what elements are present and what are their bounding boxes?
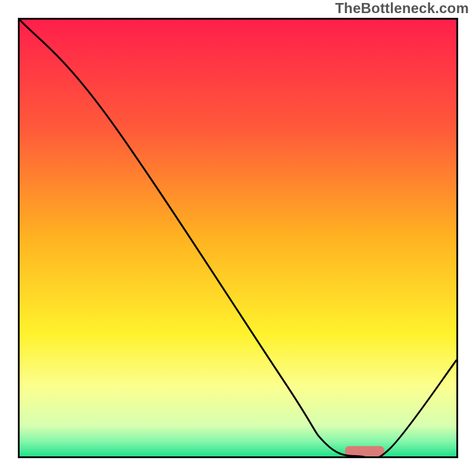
optimal-range-marker xyxy=(345,446,384,456)
watermark-text: TheBottleneck.com xyxy=(335,0,469,17)
bottleneck-curve xyxy=(20,20,456,456)
plot-area xyxy=(18,18,458,458)
